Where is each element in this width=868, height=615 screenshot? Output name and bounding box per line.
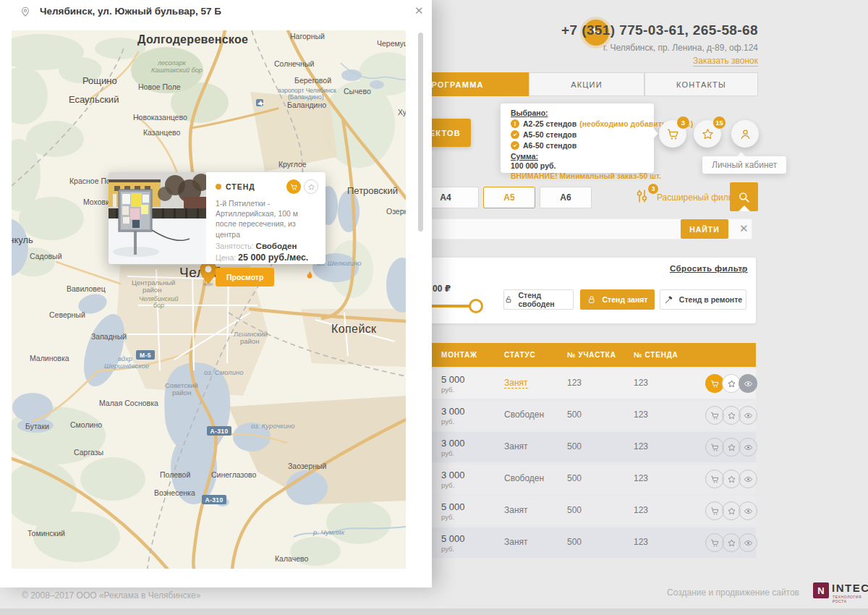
- sum-value: 100 000 руб.: [511, 161, 647, 170]
- montazh-value: 5 000: [441, 501, 465, 512]
- status-filter-busy[interactable]: Стенд занят: [580, 289, 655, 310]
- map-label: Каштакский бор: [151, 67, 203, 74]
- map-label: Томинский: [27, 529, 65, 538]
- row-view-button[interactable]: [739, 470, 757, 488]
- row-view-button[interactable]: [739, 438, 757, 457]
- clear-search-icon[interactable]: ✕: [739, 223, 749, 234]
- search-button-notch: [739, 205, 750, 211]
- map-label: Долгодеревенское: [137, 33, 248, 46]
- selection-item-label: А2-25 стендов: [523, 119, 576, 128]
- map-label: Западный: [91, 332, 127, 341]
- tab-kontakty[interactable]: КОНТАКТЫ: [644, 72, 758, 96]
- callback-link[interactable]: Заказать звонок: [693, 56, 758, 67]
- tab-label: КОНТАКТЫ: [676, 80, 726, 89]
- row-view-button[interactable]: [739, 406, 757, 425]
- montazh-cell: 3 000руб.: [441, 405, 465, 425]
- size-filter-a6[interactable]: А6: [540, 187, 592, 208]
- check-icon: [511, 141, 519, 150]
- map-label: Садовый: [30, 252, 62, 260]
- map-label: Береговой: [294, 76, 331, 85]
- price-slider-value: 00 ₽: [433, 284, 451, 294]
- main-tabs: ПРОГРАММА АКЦИИ КОНТАКТЫ: [380, 72, 758, 96]
- price-slider-handle[interactable]: [469, 299, 483, 313]
- uchastok-cell: 500: [567, 441, 582, 451]
- map-label: Есаульский: [69, 94, 119, 105]
- check-icon: [511, 130, 519, 139]
- status-filter-repair[interactable]: Стенд в ремонте: [660, 289, 746, 310]
- selection-item-label: А5-50 стендов: [523, 130, 576, 139]
- min-order-warning: ВНИМАНИЕ! Минимальный заказ-50 шт.: [511, 171, 647, 180]
- stand-photo[interactable]: [109, 172, 206, 264]
- cart-badge: 3: [677, 116, 689, 129]
- favorites-button[interactable]: 15: [694, 120, 721, 148]
- status-cell: Занят: [504, 441, 528, 451]
- company-address: г. Челябинск, пр. Ленина, д-89, оф.124: [603, 43, 758, 53]
- montazh-cell: 3 000руб.: [441, 437, 465, 457]
- uchastok-cell: 500: [567, 473, 582, 483]
- selection-items: !А2-25 стендов(необходимо добавить 25 шт…: [511, 119, 647, 150]
- montazh-unit: руб.: [441, 514, 465, 521]
- status-filter-free[interactable]: Стенд свободен: [503, 289, 574, 310]
- size-label: А6: [560, 192, 571, 203]
- size-filter-a5[interactable]: А5: [483, 187, 535, 208]
- montazh-value: 3 000: [441, 406, 465, 417]
- account-button[interactable]: [731, 120, 759, 148]
- road-badge: М-5: [136, 350, 155, 360]
- occupancy-value: Свободен: [256, 242, 297, 250]
- tab-akcii[interactable]: АКЦИИ: [529, 72, 644, 96]
- table-row: 3 000руб.Свободен500123: [405, 400, 756, 430]
- cart-button[interactable]: 3: [659, 120, 686, 148]
- reset-filter-link[interactable]: Сбросить фильтр: [670, 264, 748, 273]
- map-label: Петровский: [347, 185, 398, 196]
- warning-icon: !: [511, 119, 519, 128]
- map-label: Вознесенка: [154, 488, 195, 497]
- uchastok-cell: 123: [567, 378, 582, 388]
- find-button[interactable]: НАЙТИ: [681, 219, 728, 239]
- status-cell[interactable]: Занят: [504, 378, 528, 389]
- map-label: Шершнёвское: [104, 362, 149, 370]
- advanced-filter-link[interactable]: Расширеный фильтр: [657, 192, 741, 203]
- tab-label: ПРОГРАММА: [425, 80, 483, 89]
- page: +7 (351) 775-03-61, 265-58-68 г. Челябин…: [0, 0, 868, 615]
- map-label: Саргазы: [74, 448, 103, 457]
- map-label: Черемушки: [377, 39, 406, 48]
- star-icon: [307, 183, 315, 191]
- popup-favorite-button[interactable]: [304, 179, 318, 194]
- close-filter-icon[interactable]: ✕: [739, 265, 748, 276]
- row-view-button[interactable]: [739, 374, 757, 393]
- montazh-unit: руб.: [441, 386, 465, 394]
- col-stend: № СТЕНДА: [634, 351, 678, 359]
- selection-item: А6-50 стендов: [511, 140, 647, 150]
- sum-label: Сумма:: [511, 152, 647, 161]
- modal-scrollbar-thumb[interactable]: [418, 33, 423, 232]
- row-view-button[interactable]: [739, 501, 757, 520]
- stend-cell: 123: [634, 473, 648, 483]
- map-label: Кременкуль: [12, 234, 33, 245]
- map-label: Круглое: [278, 160, 307, 169]
- phone-number: +7 (351) 775-03-61, 265-58-68: [561, 22, 758, 38]
- row-view-button[interactable]: [739, 533, 757, 552]
- selection-item: !А2-25 стендов(необходимо добавить 25 шт…: [511, 119, 647, 128]
- popup-cart-button[interactable]: [286, 179, 301, 194]
- account-tooltip: Личный кабинет: [702, 156, 786, 174]
- map-label: Малиновка: [30, 354, 69, 362]
- stend-cell: 123: [634, 378, 648, 388]
- map-canvas[interactable]: М-5А-310А-310 ДолгодеревенскоеНагорныйЧе…: [12, 30, 406, 569]
- map-label: Новое Поле: [138, 82, 181, 91]
- modal-title: Челябинск, ул. Южный бульвар, 57 Б: [40, 6, 221, 17]
- montazh-value: 5 000: [441, 533, 465, 544]
- road-badge-label: А-310: [205, 496, 223, 504]
- size-label: А5: [503, 192, 514, 203]
- table-row: 5 000руб.Занят500123: [405, 527, 756, 558]
- map-label: Нагорный: [290, 32, 325, 41]
- map-label: Вавиловец: [67, 284, 106, 293]
- map-label: оз. Смолино: [204, 368, 243, 376]
- search-button[interactable]: [730, 182, 758, 211]
- search-input[interactable]: [416, 219, 672, 241]
- view-button[interactable]: Просмотр: [216, 268, 274, 287]
- tab-label: АКЦИИ: [571, 80, 603, 89]
- cart-icon: [290, 183, 298, 191]
- modal-close-icon[interactable]: ✕: [414, 5, 424, 16]
- lock-open-icon: [504, 294, 513, 305]
- status-cell: Занят: [504, 505, 528, 515]
